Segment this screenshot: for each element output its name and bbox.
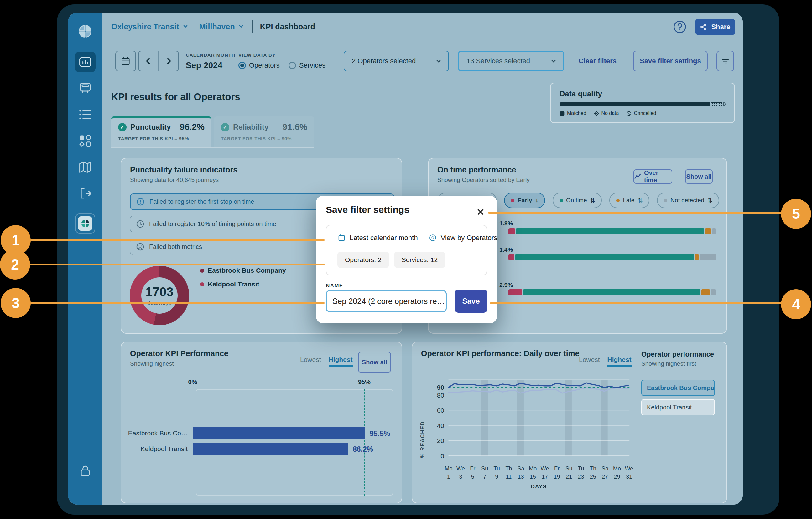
x-axis-day-number: 5 bbox=[466, 474, 479, 480]
sort-pill-late[interactable]: Late⇅ bbox=[609, 192, 649, 208]
x-axis-day-name: Mo bbox=[527, 465, 539, 472]
radio-services-label: Services bbox=[299, 61, 325, 69]
y-axis-tick: 20 bbox=[426, 437, 444, 445]
sort-pill-early[interactable]: Early↓ bbox=[504, 192, 545, 208]
sidebar-item-list[interactable] bbox=[78, 108, 92, 121]
operator-bar bbox=[193, 442, 348, 455]
card-subtitle: Showing Operators sorted by Early bbox=[437, 177, 530, 183]
sort-pill-on-time[interactable]: On time⇅ bbox=[553, 192, 602, 208]
x-axis-label: DAYS bbox=[448, 484, 629, 490]
sidebar-item-workspace-app[interactable] bbox=[75, 213, 95, 234]
on-time-stacked-bar bbox=[508, 254, 717, 261]
next-month-button[interactable] bbox=[158, 51, 178, 71]
filter-options-button[interactable] bbox=[717, 51, 734, 71]
legend-item: Cancelled bbox=[626, 111, 656, 116]
bar-chart-icon bbox=[78, 55, 92, 69]
donut-legend: Eastbrook Bus CompanyKeldpool Transit bbox=[200, 267, 286, 288]
x-axis-day-name: Mo bbox=[611, 465, 624, 472]
early-percentage-label: 1.8% bbox=[499, 220, 513, 227]
share-button-label: Share bbox=[711, 23, 730, 31]
annotation-step-2: 2 bbox=[0, 249, 30, 279]
legend-item: Matched bbox=[559, 111, 586, 116]
donut-center: 1703 Journeys bbox=[141, 277, 178, 314]
failure-indicator-label: Failed both metrics bbox=[149, 243, 202, 250]
tab-value: 91.6% bbox=[283, 122, 307, 132]
month-stepper bbox=[138, 51, 179, 71]
sidebar-item-map[interactable] bbox=[78, 160, 92, 174]
share-button[interactable]: Share bbox=[695, 19, 735, 35]
show-all-button[interactable]: Show all bbox=[358, 352, 391, 372]
card-title: Punctuality failure indicators bbox=[130, 165, 237, 174]
sort-highest[interactable]: Highest bbox=[329, 356, 353, 367]
breadcrumb-divider bbox=[253, 20, 253, 33]
logout-icon bbox=[78, 187, 92, 200]
sort-lowest[interactable]: Lowest bbox=[579, 356, 600, 367]
x-axis-day-number: 1 bbox=[442, 474, 455, 480]
view-data-by-group: VIEW DATA BY Operators Services bbox=[238, 52, 325, 69]
sidebar-item-vehicles[interactable] bbox=[78, 81, 92, 95]
x-axis-day-number: 17 bbox=[539, 474, 551, 480]
y-axis-label: % REACHED bbox=[420, 389, 426, 458]
annotation-line-5 bbox=[488, 212, 782, 214]
modal-title: Save filter settings bbox=[326, 205, 409, 215]
operators-chip: Operators: 2 bbox=[338, 252, 389, 268]
sidebar-item-logout[interactable] bbox=[78, 187, 92, 200]
operator-button-keldpool[interactable]: Keldpool Transit bbox=[641, 399, 715, 416]
radio-operators[interactable]: Operators bbox=[238, 61, 280, 69]
no-data-segment bbox=[711, 102, 722, 106]
tab-reliability[interactable]: ✓ Reliability 91.6% TARGET FOR THIS KPI … bbox=[214, 117, 314, 147]
x-axis-day-number: 7 bbox=[478, 474, 491, 480]
over-time-label: Over time bbox=[644, 169, 672, 184]
y-axis-tick: 0 bbox=[426, 452, 444, 460]
x-axis-day-number: 11 bbox=[502, 474, 515, 480]
sort-pill-not-detected[interactable]: Not detected⇅ bbox=[657, 192, 719, 208]
location-selector[interactable]: Millhaven bbox=[199, 22, 235, 31]
filter-icon bbox=[721, 56, 730, 66]
segment-late bbox=[701, 289, 710, 296]
radio-services[interactable]: Services bbox=[289, 61, 325, 69]
target-gridline bbox=[364, 389, 365, 495]
x-axis-day-name: Sa bbox=[514, 465, 527, 472]
annotation-line-2 bbox=[29, 264, 324, 266]
sort-lowest[interactable]: Lowest bbox=[300, 356, 321, 367]
chevron-down-icon bbox=[238, 22, 244, 31]
legend-label: Keldpool Transit bbox=[208, 280, 259, 288]
journeys-donut-chart: 1703 Journeys bbox=[130, 266, 189, 325]
operators-dropdown[interactable]: 2 Operators selected bbox=[344, 51, 449, 71]
over-time-button[interactable]: Over time bbox=[633, 169, 672, 184]
sidebar-item-dashboard[interactable] bbox=[75, 52, 95, 72]
services-dropdown[interactable]: 13 Services selected bbox=[458, 51, 564, 71]
clear-filters-link[interactable]: Clear filters bbox=[579, 51, 616, 71]
previous-month-button[interactable] bbox=[139, 51, 158, 71]
x-axis-day-number: 3 bbox=[454, 474, 467, 480]
sort-highest[interactable]: Highest bbox=[607, 356, 632, 367]
save-button[interactable]: Save bbox=[455, 289, 487, 313]
legend-dot-icon bbox=[200, 282, 204, 286]
y-axis-tick: 60 bbox=[426, 407, 444, 414]
calendar-button[interactable] bbox=[115, 51, 136, 71]
status-dot-icon bbox=[511, 199, 514, 202]
sidebar-item-lock[interactable] bbox=[78, 464, 92, 478]
save-filter-settings-button[interactable]: Save filter settings bbox=[633, 51, 708, 71]
operator-button-eastbrook[interactable]: Eastbrook Bus Compa… bbox=[641, 380, 715, 396]
x-axis-day-number: 27 bbox=[599, 474, 611, 480]
operator-performance-subtitle: Showing highest first bbox=[641, 360, 696, 367]
tab-punctuality[interactable]: ✓ Punctuality 96.2% TARGET FOR THIS KPI … bbox=[111, 117, 211, 147]
bar-plot-area bbox=[196, 389, 393, 495]
legend-item: No data bbox=[593, 111, 619, 116]
operators-dropdown-value: 2 Operators selected bbox=[352, 57, 416, 65]
on-time-stacked-bar bbox=[508, 289, 717, 296]
sidebar-item-categories[interactable] bbox=[78, 134, 92, 148]
show-all-button[interactable]: Show all bbox=[685, 169, 713, 184]
operator-bar-label: Keldpool Transit bbox=[121, 445, 187, 453]
card-subtitle: Showing highest bbox=[130, 360, 174, 367]
data-quality-widget: Data quality MatchedNo dataCancelled bbox=[550, 83, 735, 123]
close-button[interactable] bbox=[474, 206, 487, 218]
sort-down-icon: ↓ bbox=[535, 197, 538, 204]
help-button[interactable] bbox=[673, 20, 687, 34]
cancelled-segment bbox=[723, 102, 726, 106]
name-input[interactable]: Sep 2024 (2 core operators re… bbox=[326, 290, 447, 312]
data-quality-bar bbox=[559, 102, 726, 106]
org-selector[interactable]: Oxleyshire Transit bbox=[111, 22, 179, 31]
kpi-results-heading: KPI results for all Operators bbox=[111, 91, 240, 103]
